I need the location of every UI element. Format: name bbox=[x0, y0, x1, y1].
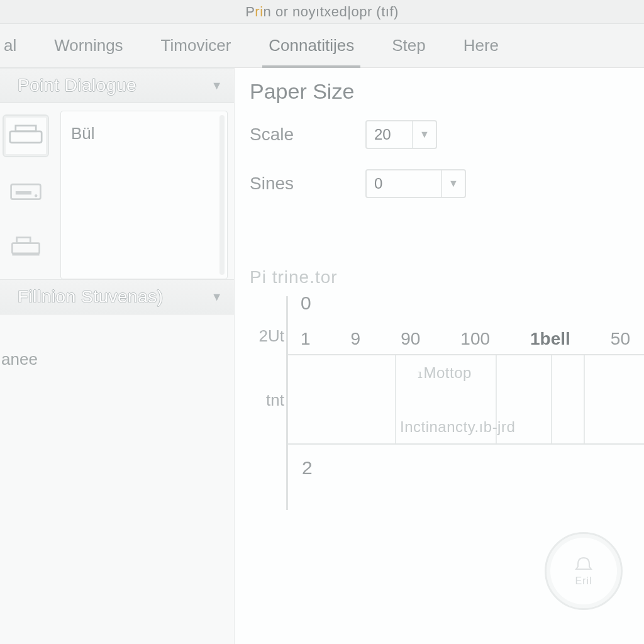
tab-al[interactable]: al bbox=[0, 36, 20, 55]
ruler-tick: 50 bbox=[611, 329, 630, 349]
tool-device-large[interactable] bbox=[3, 114, 49, 157]
ruler-tick: 1bell bbox=[530, 329, 570, 349]
sines-label: Sines bbox=[250, 174, 350, 194]
svg-rect-6 bbox=[12, 243, 39, 253]
tool-palette bbox=[0, 111, 52, 279]
section-paper-size-title: Paper Size bbox=[250, 79, 644, 104]
tool-device-small[interactable] bbox=[3, 225, 49, 268]
panel-fillnion-title: Fillnion Stuvenas) bbox=[18, 287, 164, 307]
tab-connatitijes[interactable]: Connatitijes bbox=[265, 36, 358, 55]
ruler-tick: 90 bbox=[401, 329, 420, 349]
list-item[interactable]: Bül bbox=[71, 124, 217, 143]
ruler-tick: 1 bbox=[301, 329, 311, 349]
chevron-down-icon: ▼ bbox=[211, 291, 223, 304]
ruler-tick: 9 bbox=[351, 329, 361, 349]
ruler-annotation-bot: Inctinancty.ıb-jrd bbox=[400, 418, 515, 436]
tab-strip: al Wornings Timovicer Connatitijes Step … bbox=[0, 24, 644, 68]
panel-point-dialogue-header[interactable]: Point Dialogue ▼ bbox=[0, 68, 234, 103]
list-item[interactable]: anee bbox=[1, 350, 234, 369]
tab-here[interactable]: Here bbox=[460, 36, 502, 55]
printer-wide-icon bbox=[9, 122, 43, 150]
chevron-down-icon[interactable]: ▼ bbox=[412, 121, 436, 148]
panel-point-dialogue-title: Point Dialogue bbox=[18, 75, 136, 96]
scale-input[interactable] bbox=[367, 126, 412, 143]
device-list[interactable]: Bül bbox=[60, 111, 228, 279]
tab-wornings[interactable]: Wornings bbox=[50, 36, 126, 55]
svg-point-4 bbox=[35, 194, 38, 197]
sines-combo[interactable]: ▼ bbox=[365, 169, 466, 198]
ruler-tick-row: 1 9 90 100 1bell 50 100 bbox=[301, 329, 644, 349]
title-prefix: P bbox=[245, 4, 255, 19]
scale-label: Scale bbox=[250, 125, 350, 145]
stamp-badge: Eril bbox=[545, 532, 623, 610]
svg-rect-1 bbox=[16, 126, 36, 131]
ruler-tick: 100 bbox=[460, 329, 490, 349]
printer-flat-icon bbox=[9, 177, 43, 205]
bell-icon bbox=[571, 555, 596, 574]
svg-rect-7 bbox=[12, 253, 39, 256]
ruler-gridline bbox=[551, 355, 552, 443]
svg-rect-0 bbox=[10, 131, 42, 143]
tab-step[interactable]: Step bbox=[388, 36, 430, 55]
ruler-grid: 0 2Ut tnt 1 9 90 100 1bell 50 100 ₁Motto… bbox=[286, 296, 644, 510]
printer-desk-icon bbox=[9, 233, 43, 260]
svg-rect-3 bbox=[16, 191, 31, 194]
ruler-row-1-label: 2Ut bbox=[252, 326, 284, 346]
stamp-label: Eril bbox=[575, 575, 592, 587]
window-titlebar: Prin or noyıtxed|opr (tıf) bbox=[0, 0, 644, 24]
panel-fillnion-header[interactable]: Fillnion Stuvenas) ▼ bbox=[0, 279, 234, 314]
title-accent: ri bbox=[255, 4, 263, 19]
sines-input[interactable] bbox=[367, 175, 441, 192]
chevron-down-icon[interactable]: ▼ bbox=[441, 170, 465, 197]
ruler-subhead: Pi trine.tor bbox=[250, 267, 644, 287]
ruler-two: 2 bbox=[302, 457, 313, 479]
title-rest: n or noyıtxed|opr (tıf) bbox=[264, 4, 399, 19]
ruler-row-2-label: tnt bbox=[252, 391, 284, 410]
tool-device-mid[interactable] bbox=[3, 170, 49, 213]
tab-timovicer[interactable]: Timovicer bbox=[157, 36, 235, 55]
scale-combo[interactable]: ▼ bbox=[365, 120, 437, 149]
ruler-annotation-top: ₁Mottop bbox=[417, 364, 472, 382]
ruler-gridline bbox=[584, 355, 585, 443]
ruler-gridline bbox=[395, 355, 396, 443]
ruler-band: ₁Mottop Inctinancty.ıb-jrd bbox=[288, 354, 644, 445]
chevron-down-icon: ▼ bbox=[211, 79, 223, 92]
ruler-zero: 0 bbox=[301, 292, 311, 314]
